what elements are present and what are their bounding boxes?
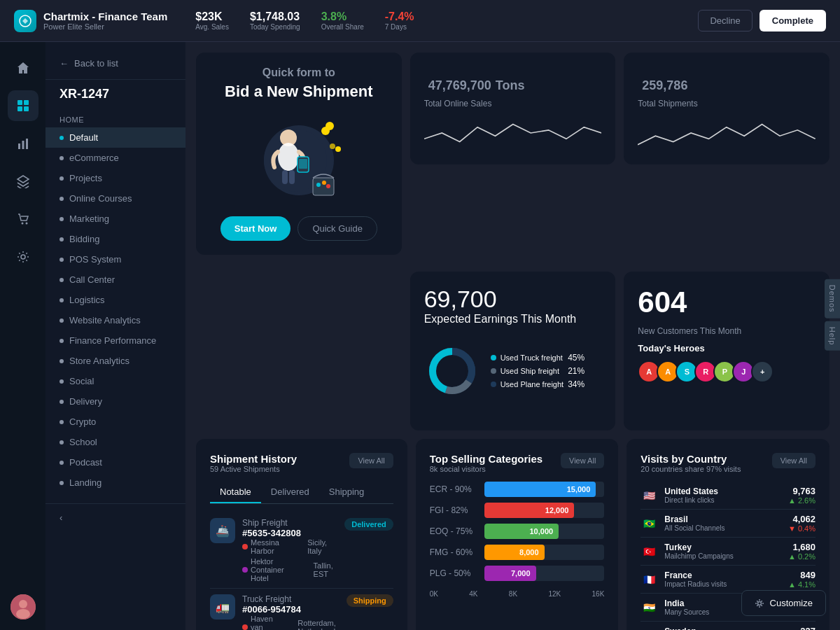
sidebar-home-icon[interactable] (8, 52, 38, 83)
country-value: 849 (788, 570, 816, 580)
nav-item-bidding[interactable]: Bidding (46, 229, 186, 249)
nav-label: Online Courses (69, 193, 132, 204)
sidebar-dashboard-icon[interactable] (8, 90, 38, 121)
complete-button[interactable]: Complete (760, 10, 826, 31)
nav-dot (59, 298, 64, 302)
ship-route-2: Hektor Container HotelTallin, EST (242, 557, 337, 582)
ship-info: Ship Freight #5635-342808 Messina Harbor… (242, 518, 337, 582)
customers-card: 604 New Customers This Month Today's Her… (624, 272, 830, 430)
nav-item-call-center[interactable]: Call Center (46, 270, 186, 290)
sidebar-chart-icon[interactable] (8, 128, 38, 159)
back-icon: ← (59, 58, 69, 69)
quick-guide-button[interactable]: Quick Guide (298, 216, 377, 241)
sidebar-settings-icon[interactable] (8, 241, 38, 272)
nav-item-school[interactable]: School (46, 432, 186, 452)
svg-point-25 (321, 127, 330, 135)
ship-badge: Delivered (344, 518, 393, 531)
country-name: United States (664, 486, 781, 496)
left-sidebar (0, 42, 46, 630)
back-to-list[interactable]: ← Back to list (46, 52, 186, 80)
nav-item-logistics[interactable]: Logistics (46, 290, 186, 310)
nav-item-projects[interactable]: Projects (46, 168, 186, 188)
country-value: 237 (788, 626, 816, 630)
collapse-btn[interactable]: ‹ (46, 503, 186, 533)
bar-track: 7,000 (484, 566, 605, 581)
stat-7days: -7.4% 7 Days (385, 10, 414, 31)
svg-point-8 (21, 223, 23, 225)
legend-dot-ship (491, 368, 496, 374)
country-item: 🇹🇷 Turkey Mailchimp Campaigns 1,680 ▲ 0.… (640, 538, 816, 566)
nav-dot (59, 217, 64, 221)
nav-label: Projects (69, 173, 102, 183)
nav-item-online-courses[interactable]: Online Courses (46, 188, 186, 209)
shipment-item: 🚛 Truck Freight #0066-954784 Haven van R… (210, 589, 393, 630)
shipment-title: Shipment History (210, 453, 297, 465)
shipment-tab-notable[interactable]: Notable (210, 482, 261, 503)
earnings-value: 69,700 (424, 286, 602, 313)
nav-item-marketing[interactable]: Marketing (46, 209, 186, 229)
stat-overall-share: 3.8% Overall Share (321, 10, 364, 31)
stat-today-spending-value: $1,748.03 (250, 10, 300, 23)
svg-rect-20 (289, 170, 295, 184)
shipment-view-all[interactable]: View All (349, 453, 393, 468)
legend-pct-truck: 45% (568, 353, 584, 363)
country-name: Sweden (664, 626, 781, 630)
nav-item-ecommerce[interactable]: eCommerce (46, 148, 186, 168)
demos-tab[interactable]: Demos (825, 279, 840, 318)
customize-button[interactable]: Customize (741, 590, 826, 616)
shipment-tab-shipping[interactable]: Shipping (319, 482, 374, 503)
start-now-button[interactable]: Start Now (220, 216, 291, 241)
country-source: Impact Radius visits (664, 580, 781, 588)
nav-item-podcast[interactable]: Podcast (46, 452, 186, 472)
nav-dot (59, 400, 64, 404)
user-avatar[interactable] (10, 594, 36, 620)
top-selling-view-all[interactable]: View All (561, 453, 604, 468)
country-stats: 849 ▲ 4.1% (788, 570, 816, 589)
nav-dot (59, 318, 64, 323)
country-source: All Social Channels (664, 524, 781, 532)
country-flag: 🇫🇷 (640, 573, 657, 586)
quick-form-subtitle: Quick form to (262, 66, 335, 79)
nav-item-delivery[interactable]: Delivery (46, 391, 186, 412)
route-dot (242, 544, 248, 550)
sidebar-shop-icon[interactable] (8, 204, 38, 234)
nav-item-landing[interactable]: Landing (46, 472, 186, 493)
donut-section: Used Truck freight 45% Used Ship freight… (424, 326, 602, 416)
visits-view-all[interactable]: View All (772, 453, 816, 468)
collapse-icon: ‹ (59, 512, 62, 523)
bar-fill: 12,000 (484, 503, 575, 518)
nav-label: Marketing (69, 214, 109, 224)
bottom-row: Shipment History 59 Active Shipments Vie… (196, 439, 830, 630)
stat-today-spending: $1,748.03 Today Spending (250, 10, 300, 31)
legend-item-plane: Used Plane freight 34% (491, 379, 585, 389)
svg-rect-21 (313, 178, 334, 195)
nav-item-pos-system[interactable]: POS System (46, 249, 186, 270)
top-selling-title: Top Selling Categories (430, 453, 542, 465)
brand: Chartmix - Finance Team Power Elite Sell… (14, 10, 167, 32)
visits-header: Visits by Country 20 countries share 97%… (640, 453, 816, 473)
nav-item-store-analytics[interactable]: Store Analytics (46, 351, 186, 371)
country-pct: ▲ 2.6% (788, 496, 816, 505)
nav-label: eCommerce (69, 153, 119, 163)
country-stats: 4,062 ▼ 0.4% (788, 514, 816, 533)
decline-button[interactable]: Decline (698, 10, 752, 31)
nav-item-social[interactable]: Social (46, 371, 186, 391)
nav-dot (59, 176, 64, 181)
nav-item-finance-performance[interactable]: Finance Performance (46, 330, 186, 351)
nav-item-crypto[interactable]: Crypto (46, 412, 186, 432)
country-value: 4,062 (788, 514, 816, 524)
ship-type-icon: 🚢 (210, 518, 235, 543)
nav-item-default[interactable]: Default (46, 127, 186, 148)
country-item: 🇸🇪 Sweden Social Network 237 ▲ 1.9% (640, 622, 816, 630)
sidebar-layers-icon[interactable] (8, 166, 38, 197)
country-name: Turkey (664, 542, 781, 552)
brand-icon (14, 10, 36, 32)
country-info: Brasil All Social Channels (664, 514, 781, 532)
bar-item: FMG - 60% 8,000 (430, 545, 605, 560)
help-tab[interactable]: Help (825, 321, 840, 351)
shipment-tab-delivered[interactable]: Delivered (261, 482, 319, 503)
nav-label: Finance Performance (69, 335, 156, 346)
nav-item-website-analytics[interactable]: Website Analytics (46, 310, 186, 330)
stat-overall-share-value: 3.8% (321, 10, 364, 23)
country-stats: 9,763 ▲ 2.6% (788, 486, 816, 505)
